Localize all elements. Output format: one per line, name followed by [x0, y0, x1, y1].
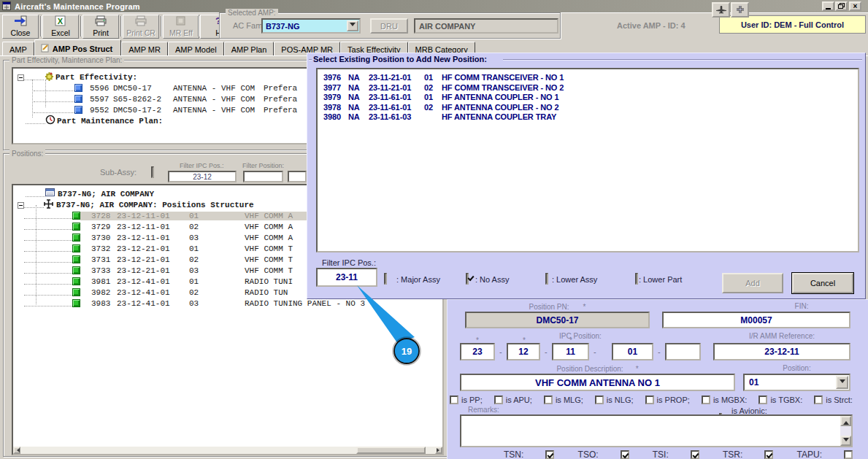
select-position-dialog: Select Existing Position to Add New Posi…: [307, 53, 866, 299]
flag-checkbox-is-mlg-[interactable]: [544, 396, 553, 404]
ipc-position-label: IPC Position:: [460, 332, 701, 340]
tab-amp[interactable]: AMP: [2, 42, 34, 55]
toolbar-button-print-cr[interactable]: Print CR: [123, 15, 159, 39]
positions-filter-position-input[interactable]: [243, 171, 283, 182]
dialog-checkbox--lower-part[interactable]: [635, 273, 638, 285]
part-description: ANTENNA - VHF COM: [173, 106, 264, 115]
fin-field[interactable]: M00057: [662, 312, 850, 328]
tsn-label: TAPU:: [797, 450, 822, 459]
dialog-position-row[interactable]: 3979NA23-11-61-0101HF ANTENNA COUPLER - …: [323, 93, 858, 103]
position-seq: 03: [189, 234, 245, 242]
position-id: 3732: [80, 244, 117, 253]
part-extra: Prefera: [264, 84, 297, 93]
ac-family-dropdown-icon[interactable]: [347, 20, 358, 31]
cancel-button[interactable]: Cancel: [791, 272, 854, 294]
dialog-row-description: HF ANTENNA COUPLER - NO 1: [442, 93, 558, 103]
ipc-box-5[interactable]: [665, 343, 701, 360]
ipc-box-4[interactable]: 01: [612, 343, 653, 360]
restore-button[interactable]: [835, 1, 848, 11]
scrollbar-thumb[interactable]: [356, 447, 426, 454]
dialog-checkbox--major-assy[interactable]: [384, 273, 387, 285]
active-amp-label: Active AMP - ID: 4: [617, 21, 685, 30]
dialog-checkbox--lower-assy[interactable]: [545, 273, 548, 285]
part-cube-icon: [74, 95, 82, 103]
tab-amp-plan[interactable]: AMP Plan: [224, 42, 274, 55]
toolbar-button-print[interactable]: Print: [82, 15, 119, 39]
ipc-box-1[interactable]: 23: [460, 343, 495, 360]
minimize-icon: [826, 8, 831, 9]
move-tool-button[interactable]: [731, 2, 749, 18]
flag-checkbox-is-mgbx-[interactable]: [702, 396, 710, 404]
minimize-button[interactable]: [822, 1, 834, 11]
flag-checkbox-is-tgbx-[interactable]: [758, 396, 767, 404]
tab-amp-model[interactable]: AMP Model: [168, 42, 224, 55]
positions-filter-extra-input[interactable]: [288, 171, 307, 182]
dialog-position-row[interactable]: 3977NA23-11-21-0102HF COMM TRANSCEIVER -…: [323, 83, 858, 93]
ac-family-combobox[interactable]: B737-NG: [261, 18, 361, 34]
scroll-up-icon[interactable]: [840, 416, 851, 426]
tab-amp-mr[interactable]: AMP MR: [121, 42, 168, 55]
toolbar-button-close[interactable]: Close: [2, 15, 39, 39]
company-field[interactable]: AIR COMPANY: [414, 18, 558, 34]
scroll-left-icon[interactable]: [13, 447, 20, 454]
flag-item: is APU;: [494, 396, 532, 404]
tsn-label: TSO:: [578, 450, 599, 459]
remarks-scrollbar[interactable]: [840, 416, 851, 446]
dru-button[interactable]: DRU: [370, 18, 408, 34]
ipc-box-3[interactable]: 11: [552, 343, 589, 360]
tsn-checkbox-tsr[interactable]: [764, 450, 773, 459]
flag-checkbox-is-apu-[interactable]: [494, 396, 503, 404]
position-pn-field[interactable]: DMC50-17: [465, 312, 650, 328]
dialog-position-row[interactable]: 3978NA23-11-61-0102HF ANTENNA COUPLER - …: [323, 103, 858, 113]
toolbar-button-excel[interactable]: XExcel: [42, 15, 79, 39]
tab-amp-pos-struct[interactable]: AMP Pos Struct: [34, 39, 121, 55]
flag-item: is TGBX:: [758, 396, 802, 404]
dialog-checkbox--no-assy[interactable]: [466, 273, 469, 285]
tsn-checkbox-tsn[interactable]: [545, 450, 554, 459]
scroll-right-icon[interactable]: [435, 447, 442, 454]
expander-icon[interactable]: [18, 202, 24, 209]
position-ipc: 23-12-11-01: [117, 234, 189, 242]
close-window-button[interactable]: ×: [849, 1, 861, 11]
ipc-box-value: 23: [472, 347, 482, 357]
flag-checkbox-is-strct-[interactable]: [814, 396, 823, 404]
dialog-filter-input[interactable]: 23-11: [316, 268, 377, 287]
part-effectivity-group-label: Part Effectivity, Maintenance Plan:: [9, 56, 124, 64]
amm-reference-field[interactable]: 23-12-11: [713, 343, 850, 360]
position-dropdown-icon[interactable]: [836, 376, 848, 389]
tsn-label: TSR:: [723, 450, 742, 459]
part-description: ANTENNA - VHF COM: [173, 95, 264, 104]
tsn-checkbox-tsi[interactable]: [691, 450, 699, 459]
position-number-value: 01: [745, 377, 836, 387]
remarks-textarea[interactable]: [460, 414, 853, 447]
dialog-filter-label: Filter IPC Pos.:: [322, 258, 376, 267]
add-button[interactable]: Add: [722, 273, 783, 293]
dialog-group-line: [503, 59, 862, 61]
toolbar-button-mr-eff[interactable]: MR Eff: [163, 15, 199, 39]
flag-label: is PP;: [461, 396, 483, 404]
dialog-position-row[interactable]: 3980NA23-11-61-03HF ANTENNA COUPLER TRAY: [323, 112, 858, 123]
user-badge: User ID: DEM - Full Control: [719, 15, 866, 34]
position-number-combobox[interactable]: 01: [743, 374, 850, 391]
flag-checkbox-is-pp-[interactable]: [450, 396, 458, 404]
flag-checkbox-is-prop-[interactable]: [645, 396, 654, 404]
remarks-label: Remarks:: [468, 406, 499, 414]
dialog-position-row[interactable]: 3976NA23-11-21-0101HF COMM TRANSCEIVER -…: [323, 73, 858, 83]
scroll-down-icon[interactable]: [840, 436, 851, 446]
position-description-field[interactable]: VHF COMM ANTENNA NO 1: [460, 374, 735, 391]
horizontal-scrollbar[interactable]: [13, 447, 442, 454]
sub-assy-checkbox[interactable]: [151, 166, 154, 178]
aircraft-tool-button[interactable]: [712, 2, 730, 18]
flag-checkbox-is-nlg-[interactable]: [595, 396, 604, 404]
tsn-checkbox-tapu[interactable]: [844, 450, 853, 459]
position-description: VHF COMM A: [245, 223, 293, 231]
tab-label: AMP Model: [175, 45, 217, 54]
position-row[interactable]: 398323-12-41-0103RADIO TUNING PANEL - NO…: [13, 298, 442, 309]
tsn-checkbox-tso[interactable]: [621, 450, 629, 459]
part-row-text: 9552DMC50-17-2ANTENNA - VHF COMPrefera: [82, 106, 297, 115]
ipc-box-2[interactable]: 12: [507, 343, 540, 360]
window-title: Aircraft's Maintenance Program: [15, 2, 140, 11]
dialog-position-list[interactable]: 3976NA23-11-21-0101HF COMM TRANSCEIVER -…: [316, 68, 859, 252]
expander-icon[interactable]: [18, 74, 24, 81]
positions-filter-ipc-input[interactable]: 23-12: [168, 171, 237, 182]
